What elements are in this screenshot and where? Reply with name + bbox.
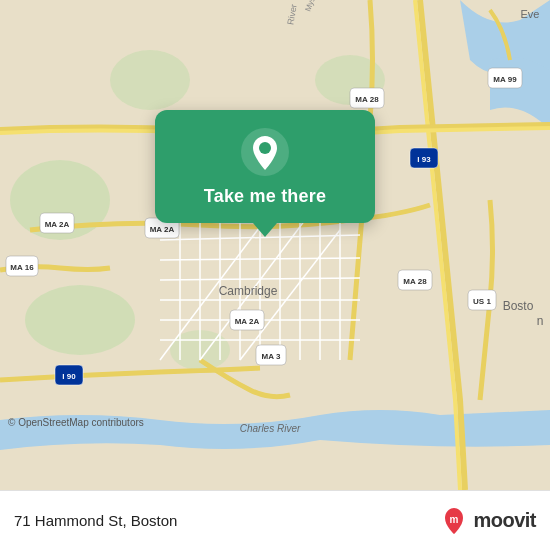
svg-text:MA 99: MA 99 — [493, 75, 517, 84]
svg-text:m: m — [450, 514, 459, 525]
svg-text:MA 2A: MA 2A — [150, 225, 175, 234]
svg-text:MA 2A: MA 2A — [235, 317, 260, 326]
svg-text:MA 3: MA 3 — [262, 352, 281, 361]
svg-text:US 1: US 1 — [473, 297, 491, 306]
copyright-text: © OpenStreetMap contributors — [8, 417, 144, 428]
svg-text:MA 28: MA 28 — [355, 95, 379, 104]
svg-text:Eve: Eve — [521, 8, 540, 20]
svg-point-2 — [25, 285, 135, 355]
svg-text:I 93: I 93 — [417, 155, 431, 164]
svg-text:Charles River: Charles River — [240, 423, 301, 434]
take-me-there-button[interactable]: Take me there — [204, 186, 326, 207]
svg-text:MA 16: MA 16 — [10, 263, 34, 272]
svg-text:I 90: I 90 — [62, 372, 76, 381]
address-text: 71 Hammond St, Boston — [14, 512, 177, 529]
location-pin-icon — [241, 128, 289, 176]
svg-text:n: n — [537, 314, 544, 328]
popup-card[interactable]: Take me there — [155, 110, 375, 223]
moovit-word: moovit — [473, 509, 536, 532]
svg-text:Bosto: Bosto — [503, 299, 534, 313]
svg-text:Cambridge: Cambridge — [219, 284, 278, 298]
moovit-logo: m moovit — [439, 506, 536, 536]
svg-point-3 — [110, 50, 190, 110]
svg-text:MA 28: MA 28 — [403, 277, 427, 286]
bottom-bar: 71 Hammond St, Boston m moovit — [0, 490, 550, 550]
map-container: MA 2A MA 2A MA 28 MA 28 I 93 MA 99 US 1 … — [0, 0, 550, 490]
svg-point-55 — [259, 142, 271, 154]
moovit-icon: m — [439, 506, 469, 536]
svg-text:MA 2A: MA 2A — [45, 220, 70, 229]
